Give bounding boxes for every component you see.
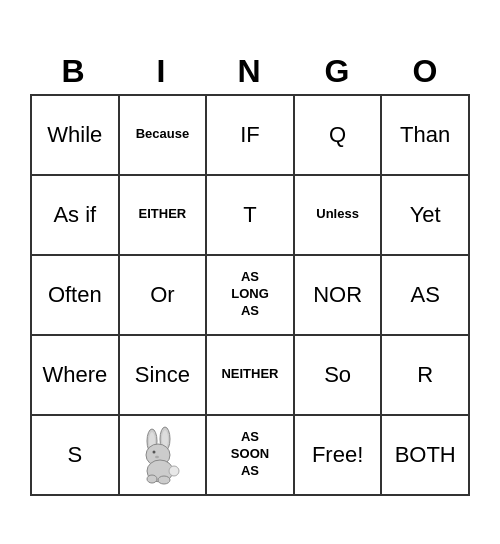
bingo-header: BINGO — [30, 49, 470, 94]
svg-point-5 — [153, 450, 156, 453]
cell-text: Q — [329, 122, 346, 148]
svg-point-10 — [158, 476, 170, 484]
header-letter: N — [206, 49, 294, 94]
bingo-card: BINGO WhileBecauseIFQThanAs ifEITHERTUnl… — [20, 39, 480, 506]
cell-r1-c4: Yet — [382, 176, 470, 256]
cell-r2-c1: Or — [120, 256, 208, 336]
header-letter: B — [30, 49, 118, 94]
cell-r0-c4: Than — [382, 96, 470, 176]
cell-r3-c4: R — [382, 336, 470, 416]
svg-point-6 — [155, 455, 159, 457]
cell-text: Unless — [316, 206, 359, 223]
cell-text: EITHER — [139, 206, 187, 223]
header-letter: I — [118, 49, 206, 94]
cell-r2-c4: AS — [382, 256, 470, 336]
cell-text: T — [243, 202, 256, 228]
cell-r0-c3: Q — [295, 96, 383, 176]
cell-text: AS — [411, 282, 440, 308]
cell-text: NEITHER — [221, 366, 278, 383]
cell-text: Free! — [312, 442, 363, 468]
cell-r1-c0: As if — [32, 176, 120, 256]
cell-r2-c0: Often — [32, 256, 120, 336]
cell-text: Than — [400, 122, 450, 148]
cell-r3-c2: NEITHER — [207, 336, 295, 416]
cell-text: Or — [150, 282, 174, 308]
cell-r3-c0: Where — [32, 336, 120, 416]
cell-r1-c1: EITHER — [120, 176, 208, 256]
cell-r1-c3: Unless — [295, 176, 383, 256]
cell-text: As if — [53, 202, 96, 228]
cell-text: AS SOON AS — [231, 429, 269, 480]
cell-text: Where — [42, 362, 107, 388]
cell-text: R — [417, 362, 433, 388]
cell-r4-c2: AS SOON AS — [207, 416, 295, 496]
cell-text: While — [47, 122, 102, 148]
cell-text: S — [67, 442, 82, 468]
cell-r0-c2: IF — [207, 96, 295, 176]
header-letter: O — [382, 49, 470, 94]
cell-text: BOTH — [395, 442, 456, 468]
cell-text: AS LONG AS — [231, 269, 269, 320]
svg-point-8 — [169, 466, 179, 476]
cell-r2-c3: NOR — [295, 256, 383, 336]
cell-r4-c0: S — [32, 416, 120, 496]
cell-text: Yet — [410, 202, 441, 228]
cell-r0-c1: Because — [120, 96, 208, 176]
cell-text: Often — [48, 282, 102, 308]
cell-r2-c2: AS LONG AS — [207, 256, 295, 336]
cell-r1-c2: T — [207, 176, 295, 256]
header-letter: G — [294, 49, 382, 94]
cell-r0-c0: While — [32, 96, 120, 176]
cell-r3-c1: Since — [120, 336, 208, 416]
svg-point-9 — [147, 475, 157, 483]
cell-text: Since — [135, 362, 190, 388]
cell-r4-c3: Free! — [295, 416, 383, 496]
cell-text: So — [324, 362, 351, 388]
cell-text: NOR — [313, 282, 362, 308]
cell-text: Because — [136, 126, 189, 143]
cell-r4-c4: BOTH — [382, 416, 470, 496]
cell-text: IF — [240, 122, 260, 148]
cell-r4-c1 — [120, 416, 208, 496]
cell-r3-c3: So — [295, 336, 383, 416]
bingo-grid: WhileBecauseIFQThanAs ifEITHERTUnlessYet… — [30, 94, 470, 496]
